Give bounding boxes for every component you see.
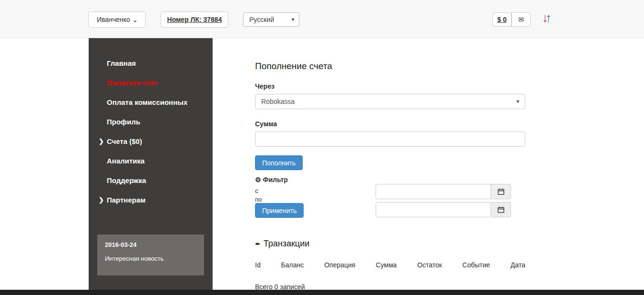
chevron-down-icon: ▼: [291, 17, 295, 22]
balance-group: $ 0 ✉: [492, 12, 531, 27]
balance-button[interactable]: $ 0: [492, 12, 511, 27]
date-to-group: [376, 202, 511, 217]
sidebar-item-main[interactable]: Главная: [89, 53, 213, 73]
calendar-icon: [498, 206, 504, 213]
payment-method-select[interactable]: Robokassa ▼: [255, 94, 525, 109]
sidebar-item-accounts[interactable]: ❯ Счета ($0): [89, 132, 213, 151]
amount-input[interactable]: [255, 132, 525, 147]
topup-button[interactable]: Пополнить: [255, 155, 303, 170]
chevron-right-icon: ❯: [99, 138, 104, 145]
transfer-arrows-icon[interactable]: ↓↑: [542, 10, 549, 25]
date-to-label: по: [255, 196, 262, 203]
column-header-event: Событие: [462, 261, 490, 269]
amount-label: Сумма: [255, 120, 525, 128]
news-box[interactable]: 2016-03-24 Интересная новость: [97, 234, 204, 275]
sidebar-item-label: Профиль: [107, 118, 140, 126]
pen-icon: ✒: [255, 240, 261, 248]
chevron-down-icon: ⌄: [133, 17, 137, 23]
sidebar: Главная Оплатите счет Оплата комиссионны…: [89, 38, 213, 290]
messages-button[interactable]: ✉: [511, 12, 531, 27]
sidebar-item-label: Партнерам: [107, 196, 145, 204]
payment-method-selected: Robokassa: [261, 98, 295, 105]
date-from-input[interactable]: [376, 184, 491, 199]
sidebar-nav: Главная Оплатите счет Оплата комиссионны…: [89, 38, 213, 210]
arrow-up-icon: ↑: [545, 10, 549, 25]
transactions-table-header: Id Баланс Операция Сумма Остаток Событие…: [255, 261, 525, 269]
envelope-icon: ✉: [518, 16, 524, 23]
balance-amount: $ 0: [497, 16, 506, 23]
column-header-rest: Остаток: [417, 261, 442, 269]
news-date: 2016-03-24: [105, 241, 196, 248]
chevron-down-icon: ▼: [516, 99, 520, 104]
date-to-calendar-button[interactable]: [491, 202, 511, 217]
sidebar-item-label: Оплатите счет: [107, 79, 158, 87]
date-to-input[interactable]: [376, 202, 491, 217]
sidebar-item-label: Счета ($0): [107, 137, 142, 145]
filter-block: ⚙ Фильтр с по Применить: [255, 176, 525, 225]
date-from-label: с: [255, 187, 258, 194]
sidebar-item-profile[interactable]: Профиль: [89, 112, 213, 132]
user-dropdown[interactable]: Иванченко⌄: [88, 11, 146, 28]
column-header-amount: Сумма: [376, 261, 397, 269]
sidebar-item-analytics[interactable]: Аналитика: [89, 151, 213, 171]
apply-filter-button[interactable]: Применить: [255, 203, 304, 218]
transactions-title-text: Транзакции: [264, 239, 310, 249]
chevron-right-icon: ❯: [99, 196, 104, 203]
column-header-id: Id: [255, 261, 261, 269]
method-label: Через: [255, 82, 525, 90]
column-header-balance: Баланс: [281, 261, 304, 269]
sidebar-item-support[interactable]: Поддержка: [89, 171, 213, 190]
calendar-icon: [498, 188, 504, 195]
sidebar-item-label: Главная: [107, 59, 136, 67]
sidebar-item-commission[interactable]: Оплата комиссионных: [89, 92, 213, 112]
news-text: Интересная новость: [105, 255, 196, 262]
column-header-operation: Операция: [324, 261, 355, 269]
main-content: Пополнение счета Через Robokassa ▼ Сумма…: [255, 38, 525, 291]
sidebar-item-label: Оплата комиссионных: [107, 98, 187, 106]
page-title: Пополнение счета: [255, 61, 525, 71]
sidebar-item-label: Поддержка: [107, 176, 146, 184]
sidebar-item-label: Аналитика: [107, 157, 144, 165]
sidebar-item-pay-invoice[interactable]: Оплатите счет: [89, 73, 213, 92]
column-header-date: Дата: [511, 261, 525, 269]
user-name: Иванченко: [97, 16, 130, 23]
topbar: Иванченко⌄ Номер ЛК: 37884 Русский ▼ $ 0…: [0, 0, 644, 38]
sidebar-item-partners[interactable]: ❯ Партнерам: [89, 190, 213, 210]
account-number-label: Номер ЛК: 37884: [167, 16, 222, 23]
language-select[interactable]: Русский ▼: [243, 12, 299, 27]
gear-icon: ⚙: [255, 176, 261, 183]
date-from-calendar-button[interactable]: [491, 184, 511, 199]
arrow-down-icon: ↓: [542, 10, 545, 25]
account-number-button[interactable]: Номер ЛК: 37884: [161, 11, 228, 28]
filter-header[interactable]: ⚙ Фильтр: [255, 176, 525, 183]
date-from-group: [376, 184, 511, 199]
footer-bar: [0, 290, 644, 295]
language-selected: Русский: [249, 16, 274, 23]
filter-title: Фильтр: [263, 176, 288, 183]
transactions-title: ✒ Транзакции: [255, 239, 525, 249]
